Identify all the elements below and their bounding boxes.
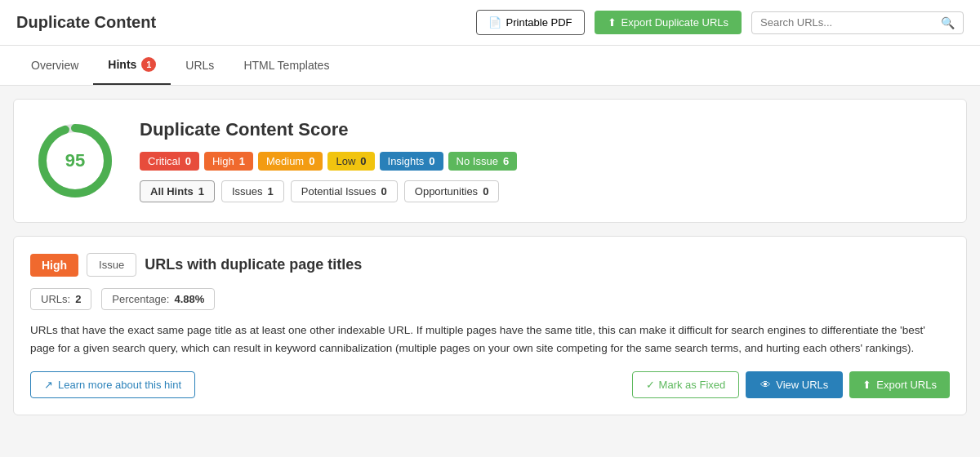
- filter-opportunities[interactable]: Opportunities 0: [404, 180, 500, 202]
- search-wrap: 🔍: [751, 11, 964, 34]
- tab-html-templates[interactable]: HTML Templates: [229, 47, 344, 85]
- mark-as-fixed-button[interactable]: ✓ Mark as Fixed: [632, 371, 740, 398]
- hints-badge: 1: [141, 57, 156, 72]
- export-dup-icon: ⬆: [608, 16, 617, 29]
- badge-insights[interactable]: Insights 0: [380, 152, 443, 171]
- donut-chart: 95: [30, 116, 120, 206]
- learn-more-button[interactable]: ↗ Learn more about this hint: [30, 371, 195, 398]
- score-value: 95: [65, 150, 85, 171]
- tabs-bar: Overview Hints 1 URLs HTML Templates: [0, 46, 980, 86]
- filters-row: All Hints 1 Issues 1 Potential Issues 0 …: [140, 180, 950, 202]
- printable-pdf-button[interactable]: 📄 Printable PDF: [476, 10, 585, 35]
- severity-badge: High: [30, 254, 78, 277]
- export-icon: ⬆: [862, 379, 871, 391]
- pdf-icon: 📄: [488, 16, 501, 29]
- score-right: Duplicate Content Score Critical 0 High …: [140, 119, 950, 202]
- hint-title: URLs with duplicate page titles: [145, 256, 362, 273]
- badge-low[interactable]: Low 0: [327, 152, 374, 171]
- badge-medium[interactable]: Medium 0: [258, 152, 323, 171]
- hint-header: High Issue URLs with duplicate page titl…: [30, 253, 950, 277]
- meta-percentage: Percentage: 4.88%: [101, 288, 215, 310]
- export-urls-button[interactable]: ⬆ Export URLs: [849, 371, 950, 398]
- page-title: Duplicate Content: [16, 13, 466, 32]
- score-title: Duplicate Content Score: [140, 119, 950, 140]
- tab-urls[interactable]: URLs: [171, 47, 229, 85]
- score-section: 95 Duplicate Content Score Critical 0 Hi…: [30, 116, 950, 206]
- badge-high[interactable]: High 1: [204, 152, 253, 171]
- filter-issues[interactable]: Issues 1: [221, 180, 284, 202]
- hint-card: High Issue URLs with duplicate page titl…: [13, 236, 967, 415]
- meta-urls: URLs: 2: [30, 288, 91, 310]
- hint-actions: ✓ Mark as Fixed 👁 View URLs ⬆ Export URL…: [632, 371, 950, 398]
- external-link-icon: ↗: [44, 379, 53, 391]
- export-duplicate-urls-button[interactable]: ⬆ Export Duplicate URLs: [595, 11, 742, 34]
- filter-all-hints[interactable]: All Hints 1: [140, 180, 215, 202]
- hint-meta: URLs: 2 Percentage: 4.88%: [30, 288, 950, 310]
- filter-potential-issues[interactable]: Potential Issues 0: [291, 180, 398, 202]
- search-input[interactable]: [760, 16, 936, 29]
- badge-noissue[interactable]: No Issue 6: [448, 152, 518, 171]
- tab-overview[interactable]: Overview: [16, 47, 93, 85]
- badge-critical[interactable]: Critical 0: [140, 152, 199, 171]
- badges-row: Critical 0 High 1 Medium 0 Low 0 Insight…: [140, 152, 950, 171]
- score-card: 95 Duplicate Content Score Critical 0 Hi…: [13, 99, 967, 223]
- checkmark-icon: ✓: [646, 379, 655, 391]
- hint-footer: ↗ Learn more about this hint ✓ Mark as F…: [30, 371, 950, 398]
- hint-description: URLs that have the exact same page title…: [30, 322, 950, 357]
- tab-hints[interactable]: Hints 1: [93, 46, 171, 85]
- top-bar: Duplicate Content 📄 Printable PDF ⬆ Expo…: [0, 0, 980, 46]
- type-badge: Issue: [87, 253, 136, 277]
- search-icon: 🔍: [941, 16, 955, 29]
- view-urls-button[interactable]: 👁 View URLs: [746, 371, 843, 398]
- eye-icon: 👁: [760, 379, 771, 391]
